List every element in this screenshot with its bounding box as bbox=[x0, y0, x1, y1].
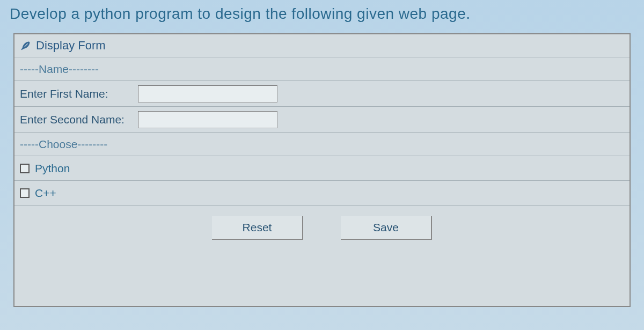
first-name-row: Enter First Name: bbox=[14, 80, 630, 106]
window-title-text: Display Form bbox=[36, 39, 106, 53]
checkbox-row-cpp: C++ bbox=[14, 180, 630, 205]
second-name-row: Enter Second Name: bbox=[14, 106, 630, 132]
reset-button[interactable]: Reset bbox=[212, 216, 303, 240]
save-button[interactable]: Save bbox=[341, 216, 432, 240]
name-section-header: -----Name-------- bbox=[14, 57, 630, 80]
first-name-label: Enter First Name: bbox=[20, 87, 138, 100]
window-title-bar: Display Form bbox=[14, 34, 630, 57]
cpp-checkbox[interactable] bbox=[20, 188, 30, 198]
python-checkbox-label: Python bbox=[35, 162, 70, 175]
choose-section-header: -----Choose-------- bbox=[14, 132, 630, 156]
second-name-input[interactable] bbox=[138, 111, 277, 128]
checkbox-row-python: Python bbox=[14, 156, 630, 180]
first-name-input[interactable] bbox=[138, 85, 277, 102]
second-name-label: Enter Second Name: bbox=[20, 113, 138, 126]
cpp-checkbox-label: C++ bbox=[35, 187, 56, 200]
feather-icon bbox=[20, 39, 31, 52]
form-window: Display Form -----Name-------- Enter Fir… bbox=[13, 33, 631, 307]
python-checkbox[interactable] bbox=[20, 164, 30, 173]
button-row: Reset Save bbox=[14, 205, 630, 251]
question-prompt: Develop a python program to design the f… bbox=[0, 0, 644, 31]
